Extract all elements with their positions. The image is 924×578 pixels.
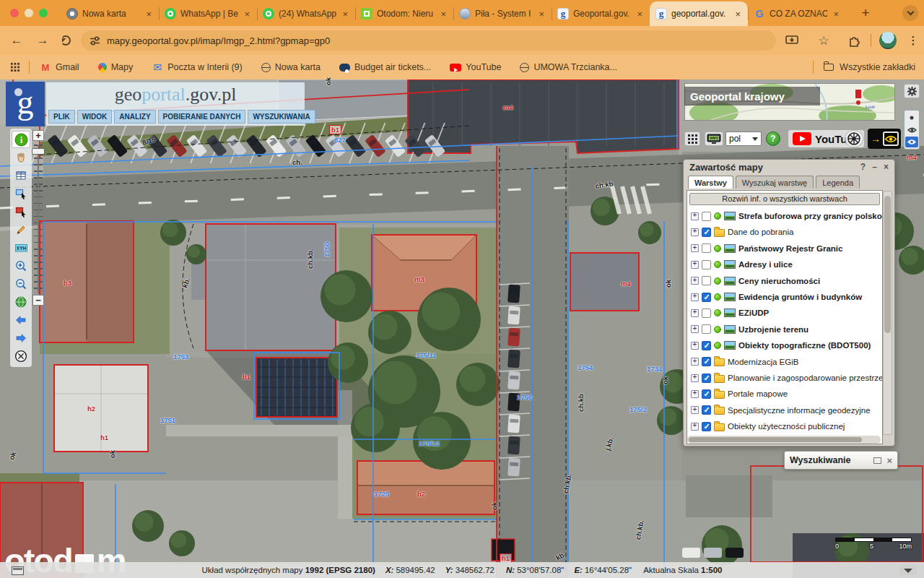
back-button[interactable]: ← (9, 33, 25, 48)
zoom-out-button[interactable]: − (32, 295, 44, 306)
layer-expand-button[interactable] (691, 374, 699, 382)
statusbar-dropdown-icon[interactable] (899, 566, 917, 575)
tool-select-red-button[interactable] (12, 204, 30, 220)
address-bar[interactable]: mapy.geoportal.gov.pl/imap/Imgp_2.html?g… (81, 30, 776, 51)
visibility-toggle-panel[interactable]: → (868, 129, 901, 149)
layer-checkbox[interactable] (702, 357, 711, 366)
layer-checkbox[interactable] (702, 309, 711, 318)
minimized-window-icon[interactable] (12, 566, 24, 575)
layer-row[interactable]: Obiekty topograficzne (BDOT500) (689, 337, 882, 353)
all-bookmarks-button[interactable]: Wszystkie zakładki (813, 61, 915, 74)
tab-close-icon[interactable]: × (635, 9, 644, 20)
tool-select-blue-button[interactable] (12, 186, 30, 202)
layer-row[interactable]: Modernizacja EGiB (689, 354, 882, 370)
bookmark-item[interactable]: Mapy (98, 62, 134, 72)
zoom-track[interactable] (34, 144, 43, 293)
tab-close-icon[interactable]: × (243, 9, 251, 20)
minimize-window-icon[interactable] (25, 9, 33, 17)
new-tab-button[interactable]: + (856, 4, 875, 22)
tab-close-icon[interactable]: × (341, 9, 349, 20)
panel-close-button[interactable]: × (884, 162, 889, 172)
install-icon[interactable] (784, 33, 800, 48)
tab-search-button[interactable] (902, 5, 918, 21)
menu-button[interactable]: WYSZUKIWANIA (248, 110, 315, 124)
layer-checkbox[interactable] (702, 405, 711, 415)
forward-button[interactable]: → (35, 33, 51, 48)
layer-row[interactable]: Uzbrojenie terenu (689, 322, 882, 337)
tab-close-icon[interactable]: × (832, 9, 840, 20)
language-select[interactable]: pol (725, 131, 762, 146)
layer-checkbox[interactable] (702, 228, 711, 237)
layer-expand-button[interactable] (691, 390, 699, 398)
tool-zoom-out-button[interactable] (12, 276, 30, 292)
browser-tab[interactable]: Otodom: Nieru× (355, 1, 453, 26)
profile-avatar[interactable] (879, 32, 897, 49)
scrollbar-thumb[interactable] (689, 437, 862, 442)
layer-row[interactable]: Ewidencja gruntów i budynków (689, 289, 882, 305)
reload-button[interactable] (61, 35, 71, 46)
layer-checkbox[interactable] (702, 276, 711, 285)
layer-expand-button[interactable] (691, 228, 699, 236)
maximize-icon[interactable] (873, 457, 881, 464)
geoportal-logo[interactable]: g (6, 82, 45, 126)
menu-button[interactable]: WIDOK (77, 110, 112, 124)
layer-row[interactable]: Obiekty użyteczności publicznej (689, 418, 882, 434)
tool-full-extent-button[interactable] (12, 294, 30, 310)
bookmark-item[interactable]: Nowa karta (261, 62, 321, 72)
tool-draw-button[interactable] (12, 222, 30, 238)
bookmark-item[interactable]: UMOWA Trzcianka... (520, 62, 617, 72)
browser-tab[interactable]: Nowa karta× (61, 1, 159, 26)
browser-menu-icon[interactable]: ⋮ (905, 33, 921, 48)
layer-checkbox[interactable] (702, 212, 711, 221)
tab-close-icon[interactable]: × (144, 9, 153, 20)
layer-expand-button[interactable] (691, 342, 699, 350)
zoom-handle[interactable] (32, 148, 45, 155)
fullscreen-window-icon[interactable] (39, 9, 48, 17)
bookmark-item[interactable]: YouTube (450, 62, 501, 72)
tool-next-view-button[interactable] (12, 330, 30, 346)
browser-tab[interactable]: Piła - System I× (453, 1, 552, 26)
site-settings-icon[interactable] (90, 35, 100, 46)
panel-tab[interactable]: Legenda (816, 176, 860, 189)
layer-expand-button[interactable] (691, 244, 699, 252)
url-text[interactable]: mapy.geoportal.gov.pl/imap/Imgp_2.html?g… (107, 35, 330, 46)
browser-tab[interactable]: (24) WhatsApp× (257, 1, 355, 26)
layer-expand-button[interactable] (691, 423, 699, 431)
layer-row[interactable]: Planowanie i zagospodarowanie przestrzen… (689, 370, 882, 386)
close-icon[interactable]: × (886, 455, 892, 466)
tab-close-icon[interactable]: × (733, 9, 742, 20)
bookmark-item[interactable]: Poczta w Interii (9) (152, 61, 243, 73)
extensions-icon[interactable] (846, 33, 862, 48)
tool-pan-button[interactable] (12, 150, 30, 165)
horizontal-scrollbar[interactable] (687, 436, 881, 444)
layer-checkbox[interactable] (702, 389, 711, 399)
tool-xyh-button[interactable]: XYH (12, 240, 30, 256)
tab-close-icon[interactable]: × (439, 9, 448, 20)
panel-help-button[interactable]: ? (860, 162, 866, 172)
layer-expand-button[interactable] (691, 309, 699, 317)
dot-view-button[interactable] (905, 112, 918, 123)
eye-active-button[interactable] (905, 137, 918, 147)
tool-clear-button[interactable] (12, 348, 30, 364)
layer-checkbox[interactable] (702, 341, 711, 350)
tool-zoom-in-button[interactable] (12, 258, 30, 274)
expand-all-button[interactable]: Rozwiń inf. o wszystkich warstwach (689, 193, 880, 205)
bookmark-item[interactable]: Gmail (40, 61, 79, 73)
layer-checkbox[interactable] (702, 324, 711, 334)
apps-grid-icon[interactable] (10, 62, 20, 72)
eye-small-button[interactable] (905, 124, 918, 135)
layer-checkbox[interactable] (702, 293, 711, 302)
browser-tab[interactable]: CO ZA OZNAC× (748, 1, 846, 26)
layer-expand-button[interactable] (691, 261, 699, 269)
layer-row[interactable]: Adresy i ulice (689, 256, 882, 272)
layer-row[interactable]: Państwowy Rejestr Granic (689, 241, 882, 256)
layer-expand-button[interactable] (691, 325, 699, 333)
layer-row[interactable]: Strefa buforowa przy granicy polsko-biał… (689, 208, 882, 224)
layer-checkbox[interactable] (702, 243, 711, 253)
tool-prev-view-button[interactable] (12, 312, 30, 328)
panel-tab[interactable]: Warstwy (688, 176, 733, 189)
wms-tool-button[interactable]: WMS (705, 131, 723, 146)
tool-info-button[interactable]: i (12, 131, 30, 147)
layer-expand-button[interactable] (691, 212, 699, 220)
zoom-in-button[interactable]: + (32, 130, 44, 141)
